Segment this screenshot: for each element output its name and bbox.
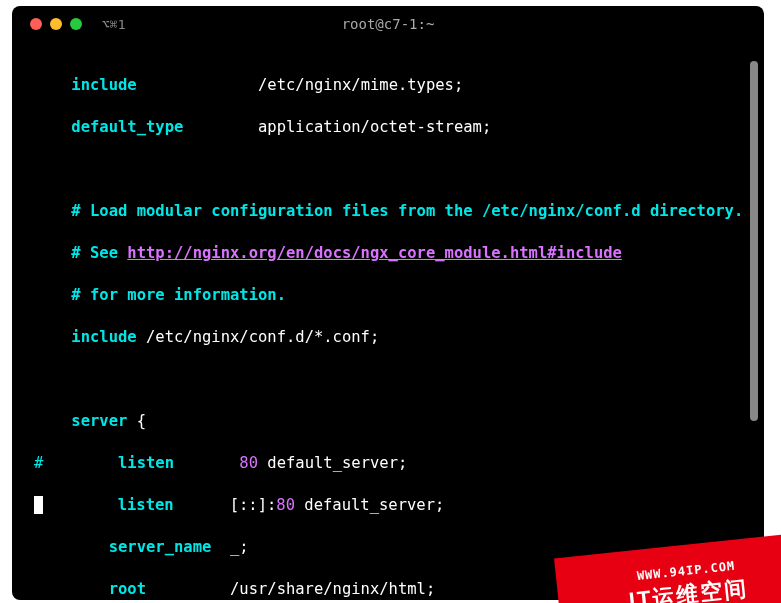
doc-url: http://nginx.org/en/docs/ngx_core_module… [127, 244, 622, 262]
path-value: /etc/nginx/conf.d/*.conf; [137, 328, 380, 346]
window-title: root@c7-1:~ [342, 16, 435, 32]
close-icon[interactable] [30, 18, 42, 30]
path-value: /usr/share/nginx/html; [146, 580, 435, 598]
hash-comment: # [34, 454, 43, 472]
keyword-server: server [71, 412, 127, 430]
keyword-server-name: server_name [109, 538, 212, 556]
comment-line: # See http://nginx.org/en/docs/ngx_core_… [71, 244, 622, 262]
minimize-icon[interactable] [50, 18, 62, 30]
editor-content[interactable]: include /etc/nginx/mime.types; default_t… [12, 42, 764, 600]
port-number: 80 [239, 454, 258, 472]
maximize-icon[interactable] [70, 18, 82, 30]
scrollbar[interactable] [750, 61, 758, 421]
keyword-default-type: default_type [71, 118, 183, 136]
comment-line: # for more information. [71, 286, 286, 304]
path-value: /etc/nginx/mime.types; [258, 76, 463, 94]
type-value: application/octet-stream; [258, 118, 491, 136]
titlebar: ⌥⌘1 root@c7-1:~ [12, 6, 764, 42]
keyword-include: include [71, 76, 136, 94]
tab-shortcut: ⌥⌘1 [102, 17, 125, 32]
keyword-listen: listen [118, 454, 174, 472]
port-number: 80 [276, 496, 295, 514]
keyword-include: include [71, 328, 136, 346]
traffic-lights [30, 18, 82, 30]
keyword-listen: listen [118, 496, 174, 514]
cursor-icon [34, 496, 43, 514]
terminal-window: ⌥⌘1 root@c7-1:~ include /etc/nginx/mime.… [12, 6, 764, 600]
keyword-root: root [109, 580, 146, 598]
comment-line: # Load modular configuration files from … [71, 202, 743, 220]
